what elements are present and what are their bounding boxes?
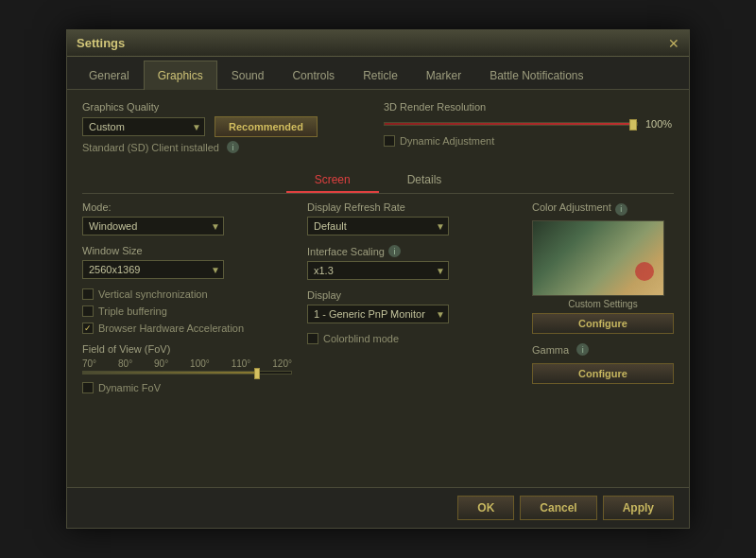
color-preview [532,220,664,296]
fov-slider-thumb [254,368,260,379]
quality-select-wrap: Custom ▼ [82,117,205,136]
window-size-label: Window Size [82,245,292,256]
mode-select-wrap: Windowed ▼ [82,217,224,235]
display-label: Display [307,289,517,301]
fov-100: 100° [190,358,210,369]
recommended-button[interactable]: Recommended [215,116,318,137]
sd-info-icon[interactable]: i [227,141,239,153]
color-adj-header: Color Adjustment i [532,201,674,217]
sub-tab-screen[interactable]: Screen [286,168,379,193]
left-panel: Mode: Windowed ▼ Window Size 2560x1369 [82,201,292,393]
gamma-group: Gamma i Configure [532,343,674,384]
colorblind-label: Colorblind mode [323,333,399,344]
settings-dialog: Settings ✕ General Graphics Sound Contro… [66,29,690,529]
tab-sound[interactable]: Sound [217,61,279,90]
tab-reticle[interactable]: Reticle [349,61,412,90]
tab-controls[interactable]: Controls [278,61,349,90]
fov-markers: 70° 80° 90° 100° 110° 120° [82,358,292,369]
dialog-title: Settings [77,36,125,50]
browser-hw-row: Browser Hardware Acceleration [82,323,292,334]
display-select[interactable]: 1 - Generic PnP Monitor [307,305,449,323]
vsync-checkbox[interactable] [82,288,94,300]
dynamic-fov-row: Dynamic FoV [82,382,292,393]
title-bar: Settings ✕ [67,30,689,57]
render-slider-thumb [629,119,637,131]
window-size-select[interactable]: 2560x1369 [82,260,224,279]
scaling-select[interactable]: x1.3 [307,261,449,280]
scaling-select-wrap: x1.3 ▼ [307,261,449,280]
cancel-button[interactable]: Cancel [520,496,596,520]
triple-buffer-checkbox[interactable] [82,305,94,317]
tab-marker[interactable]: Marker [412,61,475,90]
render-slider-fill [385,123,637,125]
sd-label: Standard (SD) Client installed [82,142,219,153]
refresh-select-wrap: Default ▼ [307,217,449,235]
custom-settings-label: Custom Settings [532,299,674,309]
quality-label: Graphics Quality [82,101,372,113]
dynamic-fov-label: Dynamic FoV [98,382,161,393]
render-slider-track[interactable] [384,122,638,126]
close-button[interactable]: ✕ [668,37,679,50]
fov-slider-track[interactable] [82,371,292,375]
fov-70: 70° [82,358,96,369]
display-select-wrap: 1 - Generic PnP Monitor ▼ [307,305,449,323]
render-label: 3D Render Resolution [384,101,674,113]
scaling-label: Interface Scaling [307,246,385,257]
fov-slider-fill [83,372,260,374]
colorblind-checkbox[interactable] [307,333,318,344]
browser-hw-label: Browser Hardware Acceleration [98,323,244,334]
tab-battle-notifications[interactable]: Battle Notifications [475,61,597,90]
gamma-row: Gamma i [532,343,674,356]
content-area: Graphics Quality Custom ▼ Recommended St… [67,90,689,487]
dynamic-fov-checkbox[interactable] [82,382,94,393]
fov-90: 90° [154,358,168,369]
color-adj-group: Color Adjustment i Custom Settings Confi… [532,201,674,334]
tab-graphics[interactable]: Graphics [144,61,217,90]
mode-select[interactable]: Windowed [82,217,224,235]
colorblind-row: Colorblind mode [307,333,517,344]
main-panels: Mode: Windowed ▼ Window Size 2560x1369 [82,201,674,393]
vsync-label: Vertical synchronization [98,288,208,300]
fov-110: 110° [232,358,251,369]
quality-select[interactable]: Custom [82,117,205,136]
fov-80: 80° [118,358,132,369]
refresh-select[interactable]: Default [307,217,449,235]
triple-buffer-label: Triple buffering [98,305,167,317]
scaling-info-icon[interactable]: i [388,245,401,257]
scaling-label-row: Interface Scaling i [307,245,517,257]
window-size-select-wrap: 2560x1369 ▼ [82,260,224,279]
sub-tabs: Screen Details [82,168,674,194]
gamma-info-icon[interactable]: i [576,343,589,356]
dynamic-adj-checkbox[interactable] [384,135,395,147]
display-group: Display 1 - Generic PnP Monitor ▼ [307,289,517,323]
right-panel: Color Adjustment i Custom Settings Confi… [532,201,674,393]
fov-label: Field of View (FoV) [82,343,292,355]
dynamic-adj-label: Dynamic Adjustment [400,135,494,147]
center-panel: Display Refresh Rate Default ▼ Interface… [307,201,517,393]
color-adj-label: Color Adjustment [532,201,611,213]
fov-120: 120° [272,358,292,369]
configure-color-button[interactable]: Configure [532,313,674,334]
browser-hw-checkbox[interactable] [82,323,94,334]
apply-button[interactable]: Apply [603,496,674,520]
tabs-bar: General Graphics Sound Controls Reticle … [67,57,689,90]
gamma-label: Gamma [532,344,569,356]
triple-buffer-row: Triple buffering [82,305,292,317]
footer: OK Cancel Apply [67,487,689,528]
configure-gamma-button[interactable]: Configure [532,363,674,384]
scaling-group: Interface Scaling i x1.3 ▼ [307,245,517,280]
mode-group: Mode: Windowed ▼ [82,201,292,235]
vsync-row: Vertical synchronization [82,288,292,300]
render-pct: 100% [645,118,674,130]
fov-section: Field of View (FoV) 70° 80° 90° 100° 110… [82,343,292,375]
window-size-group: Window Size 2560x1369 ▼ [82,245,292,279]
ok-button[interactable]: OK [457,496,514,520]
color-adj-info-icon[interactable]: i [615,203,627,216]
mode-label: Mode: [82,201,292,213]
sub-tab-details[interactable]: Details [379,168,471,193]
render-slider-row: 100% [384,118,674,130]
tab-general[interactable]: General [75,61,144,90]
refresh-label: Display Refresh Rate [307,201,517,213]
render-section: 3D Render Resolution 100% Dynamic Adjust… [384,101,674,147]
refresh-group: Display Refresh Rate Default ▼ [307,201,517,235]
